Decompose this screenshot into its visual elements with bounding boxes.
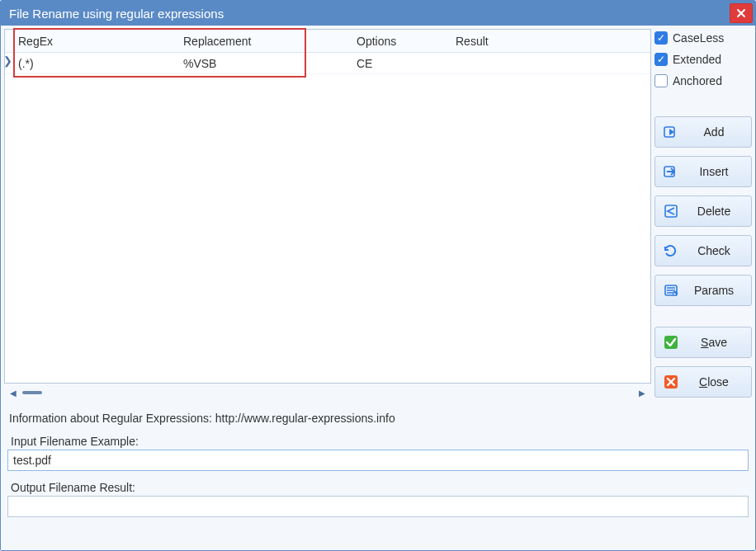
delete-icon bbox=[664, 204, 678, 219]
params-button-label: Params bbox=[685, 284, 743, 297]
input-example-field[interactable] bbox=[7, 450, 749, 471]
info-url[interactable]: http://www.regular-expressions.info bbox=[215, 412, 395, 425]
insert-icon bbox=[664, 164, 678, 179]
checkbox-extended[interactable]: Extended bbox=[651, 50, 752, 68]
save-button[interactable]: Save bbox=[654, 327, 752, 358]
add-icon bbox=[664, 125, 678, 139]
cell-options[interactable]: CE bbox=[352, 54, 451, 73]
checkbox-anchored-box[interactable] bbox=[654, 74, 668, 87]
bottom-panel: Information about Regular Expressions: h… bbox=[1, 405, 755, 525]
insert-button-label: Insert bbox=[685, 165, 743, 178]
column-header-regex[interactable]: RegEx bbox=[5, 31, 178, 51]
scroll-left-icon[interactable]: ◀ bbox=[7, 387, 19, 398]
window-close-button[interactable] bbox=[730, 3, 753, 23]
column-header-replacement[interactable]: Replacement bbox=[178, 31, 352, 51]
output-result-field bbox=[7, 496, 749, 517]
cell-regex[interactable]: (.*) bbox=[5, 54, 178, 73]
add-button-label: Add bbox=[685, 125, 743, 139]
close-icon bbox=[664, 374, 678, 389]
grid-header: RegEx Replacement Options Result bbox=[5, 30, 650, 53]
info-prefix: Information about Regular Expressions: bbox=[9, 412, 215, 425]
check-button-label: Check bbox=[685, 244, 743, 257]
svg-point-4 bbox=[673, 291, 678, 296]
params-button[interactable]: Params bbox=[654, 275, 752, 306]
main-row: ❯ RegEx Replacement Options Result (.*) … bbox=[1, 26, 755, 405]
check-button[interactable]: Check bbox=[654, 235, 752, 266]
cell-result[interactable] bbox=[451, 60, 650, 67]
row-indicator-icon: ❯ bbox=[4, 54, 12, 67]
table-row[interactable]: (.*) %VSB CE bbox=[5, 53, 650, 74]
params-icon bbox=[664, 283, 678, 298]
checkbox-caseless-box[interactable] bbox=[654, 31, 668, 45]
checkbox-anchored[interactable]: Anchored bbox=[651, 72, 752, 90]
horizontal-scrollbar[interactable]: ◀ ▶ bbox=[4, 384, 651, 402]
output-result-label: Output Filename Result: bbox=[7, 479, 749, 496]
column-header-options[interactable]: Options bbox=[352, 31, 451, 51]
scroll-thumb[interactable] bbox=[22, 391, 42, 394]
scroll-right-icon[interactable]: ▶ bbox=[636, 387, 648, 398]
input-example-label: Input Filename Example: bbox=[7, 433, 749, 450]
title-bar: File Rename using regular expressions bbox=[1, 1, 755, 26]
delete-button-label: Delete bbox=[685, 205, 743, 218]
column-header-result[interactable]: Result bbox=[451, 31, 650, 51]
add-button[interactable]: Add bbox=[654, 116, 752, 148]
checkbox-anchored-label: Anchored bbox=[673, 74, 722, 87]
close-button-label: Close bbox=[685, 375, 743, 389]
insert-button[interactable]: Insert bbox=[654, 156, 752, 187]
side-panel: CaseLess Extended Anchored Exit Match bbox=[651, 26, 755, 405]
save-close-stack: Save Close bbox=[654, 327, 752, 398]
regex-grid[interactable]: ❯ RegEx Replacement Options Result (.*) … bbox=[4, 29, 651, 384]
info-text: Information about Regular Expressions: h… bbox=[7, 412, 749, 433]
save-icon bbox=[664, 335, 678, 350]
window-title: File Rename using regular expressions bbox=[9, 7, 224, 21]
grid-wrap: ❯ RegEx Replacement Options Result (.*) … bbox=[1, 26, 651, 405]
button-stack: Add Insert Delete bbox=[654, 116, 752, 306]
close-button[interactable]: Close bbox=[654, 366, 752, 398]
cell-replacement[interactable]: %VSB bbox=[178, 54, 352, 73]
checkbox-extended-box[interactable] bbox=[654, 53, 668, 66]
save-button-label: Save bbox=[685, 336, 743, 349]
close-icon bbox=[736, 8, 746, 18]
check-icon bbox=[664, 243, 678, 258]
checkbox-extended-label: Extended bbox=[673, 53, 721, 66]
content-area: ❯ RegEx Replacement Options Result (.*) … bbox=[1, 26, 755, 550]
checkbox-caseless-label: CaseLess bbox=[673, 31, 724, 45]
checkbox-caseless[interactable]: CaseLess bbox=[651, 29, 752, 47]
delete-button[interactable]: Delete bbox=[654, 195, 752, 227]
